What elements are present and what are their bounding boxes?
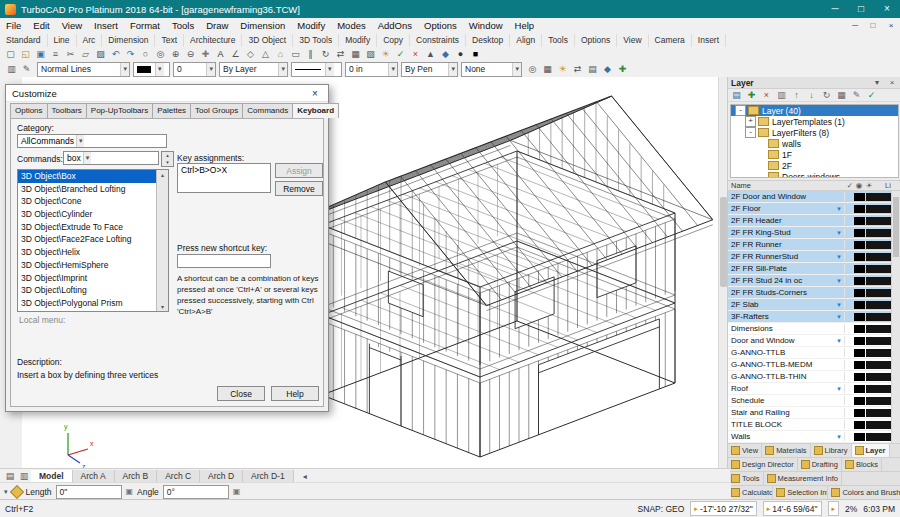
layer-row[interactable]: 2F FR Stud 24 in oc ▼ [728,275,891,287]
toolbar-group-tab[interactable]: View [617,34,648,47]
shortcut-input[interactable] [177,254,271,268]
layer-list-scrollbar[interactable] [891,191,900,443]
pen-width-select[interactable]: 0 ▾ [173,62,216,77]
toolbar-icon[interactable]: ∠ [228,48,243,60]
scroll-up-icon[interactable]: ▴ [161,171,164,178]
sheet-scroll-left-icon[interactable]: ◂ [298,472,312,481]
layer-pen-swatch[interactable] [866,289,891,297]
toolbar-icon[interactable]: ↶ [108,48,123,60]
lock-column-icon[interactable]: ◉ [855,181,863,190]
toolbar-icon[interactable]: ○ [138,48,153,60]
layer-row[interactable]: Stair and Railing ▼ [728,407,891,419]
maximize-icon[interactable]: □ [848,0,874,18]
layer-row[interactable]: Walls ▼ [728,431,891,443]
toolbar-icon[interactable]: ☀ [378,48,393,60]
y-coordinate-field[interactable]: ▸ 14'-6 59/64" [763,501,822,516]
property-tool-icon[interactable]: ⇄ [570,63,585,75]
dialog-tab[interactable]: Keyboard [292,103,339,118]
dialog-tab[interactable]: Pop-UpToolbars [86,103,153,118]
layer-row[interactable]: 2F FR Runner ▼ [728,239,891,251]
layer-tool-icon[interactable]: ✓ [865,89,878,101]
sheet-tab[interactable]: Arch A [73,470,115,483]
layer-color-swatch[interactable] [854,361,865,369]
toolbar-icon[interactable]: × [408,48,423,60]
command-list-item[interactable]: 3D Object\Helix [18,246,156,259]
spin-down-icon[interactable]: ▾ [162,159,173,166]
layer-tool-icon[interactable]: ✎ [850,89,863,101]
layer-lock-cell[interactable] [844,384,853,393]
layer-color-swatch[interactable] [854,217,865,225]
layer-lock-cell[interactable] [844,204,853,213]
layer-tool-icon[interactable]: ▤ [730,89,743,101]
toolbar-icon[interactable]: ✂ [63,48,78,60]
layer-lock-cell[interactable] [844,420,853,429]
by-layer-select[interactable]: By Layer ▾ [219,62,288,77]
x-coordinate-field[interactable]: ▸ -17'-10 27/32" [690,501,756,516]
palette-tab[interactable]: Drafting [798,458,842,471]
layer-row[interactable]: 2F FR RunnerStud ▼ [728,251,891,263]
layer-lock-cell[interactable] [844,396,853,405]
menu-item[interactable]: Modes [331,18,372,33]
toolbar-icon[interactable]: ⌂ [273,48,288,60]
toolbar-icon[interactable]: ▨ [93,48,108,60]
command-list-item[interactable]: 3D Object\Cylinder [18,208,156,221]
property-tool-icon[interactable]: ▦ [540,63,555,75]
layer-row[interactable]: Schedule ▼ [728,395,891,407]
layer-lock-cell[interactable] [844,336,853,345]
palette-tab[interactable]: Tools [728,472,764,485]
toolbar-group-tab[interactable]: 3D Object [242,34,293,47]
line-width-select[interactable]: 0 in ▾ [345,62,398,77]
toolbar-group-tab[interactable]: Standard [0,34,48,47]
property-tool-icon[interactable]: ☀ [555,63,570,75]
toolbar-group-tab[interactable]: Arc [77,34,103,47]
layer-color-swatch[interactable] [854,349,865,357]
layer-row[interactable]: Door and Window ▼ [728,335,891,347]
menu-item[interactable]: Draw [200,18,234,33]
toolbar-icon[interactable]: ⊕ [168,48,183,60]
toolbar-group-tab[interactable]: Options [575,34,617,47]
layer-lock-cell[interactable] [844,216,853,225]
help-button[interactable]: Help [271,386,319,401]
delta-field[interactable]: ▸ [828,501,840,516]
menu-item[interactable]: Edit [27,18,55,33]
toolbar-group-tab[interactable]: Camera [649,34,692,47]
layer-pen-swatch[interactable] [866,349,891,357]
layer-color-swatch[interactable] [854,241,865,249]
toolbar-icon[interactable]: ↻ [318,48,333,60]
toolbar-icon[interactable]: ● [453,48,468,60]
dialog-tab[interactable]: Toolbars [47,103,87,118]
sheet-tab[interactable]: Arch D [200,470,243,483]
toolbar-icon[interactable]: ▭ [288,48,303,60]
command-list-item[interactable]: 3D Object\Face2Face Lofting [18,233,156,246]
layer-row[interactable]: 2F FR Sill-Plate ▼ [728,263,891,275]
toolbar-icon[interactable]: ∥ [303,48,318,60]
palette-close-icon[interactable]: × [886,78,898,87]
layer-pen-swatch[interactable] [866,229,891,237]
layer-row[interactable]: 2F Floor ▼ [728,203,891,215]
dialog-tab[interactable]: Palettes [152,103,191,118]
layer-row[interactable]: 2F Door and Window ▼ [728,191,891,203]
toolbar-group-tab[interactable]: Modify [339,34,377,47]
sheet-view-icon[interactable]: ▤ [3,471,17,481]
palette-tab[interactable]: Library [811,444,852,457]
layer-tool-icon[interactable]: × [760,89,773,101]
layer-row[interactable]: G-ANNO-TTLB ▼ [728,347,891,359]
dialog-title-bar[interactable]: Customize × [6,85,328,102]
command-list-item[interactable]: 3D Object\Lofting [18,284,156,297]
coordinate-mode-icon[interactable] [9,484,23,498]
layer-visible-icon[interactable]: ▼ [834,338,844,344]
layer-color-swatch[interactable] [854,313,865,321]
layer-color-swatch[interactable] [854,253,865,261]
tree-expander-icon[interactable]: + [745,116,756,127]
toolbar-group-tab[interactable]: 3D Tools [293,34,339,47]
remove-button[interactable]: Remove [275,181,323,196]
toolbar-group-tab[interactable]: Insert [692,34,726,47]
toolbar-group-tab[interactable]: Architecture [184,34,242,47]
layer-color-swatch[interactable] [854,289,865,297]
assign-button[interactable]: Assign [275,163,323,178]
layer-lock-cell[interactable] [844,228,853,237]
layer-visible-icon[interactable]: ▼ [834,206,844,212]
dialog-tab[interactable]: Options [10,103,48,118]
layer-lock-cell[interactable] [844,240,853,249]
angle-input[interactable]: 0° [163,485,229,499]
